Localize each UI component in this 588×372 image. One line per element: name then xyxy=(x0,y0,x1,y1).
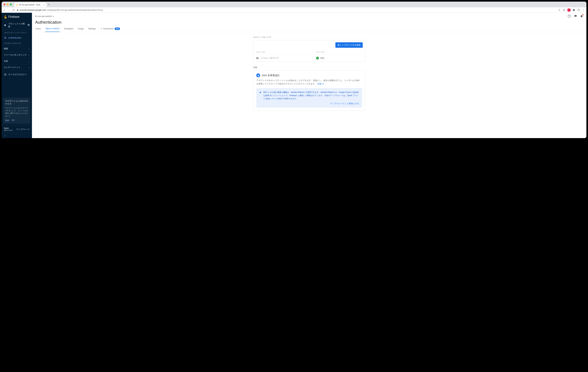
email-icon xyxy=(256,57,259,60)
sidebar-shortcut-label: プロジェクト ショートカット xyxy=(2,30,32,35)
svg-point-3 xyxy=(583,10,584,10)
plan-upgrade-link[interactable]: アップグレード xyxy=(16,128,30,131)
col-status: ステータス xyxy=(316,51,362,53)
chevron-down-icon: ⌄ xyxy=(28,66,30,69)
svg-point-2 xyxy=(583,9,584,10)
mfa-description: アカウントのセキュリティ レベルを高めることができます。有効にし、統合と構成を行… xyxy=(256,79,362,86)
tab-signin-method[interactable]: Sign-in method xyxy=(45,25,60,32)
window-titlebar: fb-rest-api-weidu5 - Authentic × + xyxy=(2,2,586,7)
sidebar-category-build[interactable]: 構築⌄ xyxy=(2,46,32,52)
extensions-puzzle-icon[interactable] xyxy=(573,9,575,11)
lock-circle-icon xyxy=(256,73,260,77)
tab-templates[interactable]: Templates xyxy=(63,25,74,32)
firebase-favicon-icon xyxy=(16,4,18,6)
upgrade-enable-link[interactable]: アップグレードして有効にする xyxy=(330,102,359,105)
customize-nav-card: ナビゲーションのカスタマイズ ナビゲーションをカスタマイズすることで、コンソール… xyxy=(3,98,30,124)
mfa-card: SMS 多要素認証 アカウントのセキュリティ レベルを高めることができます。有効… xyxy=(253,70,365,111)
svg-rect-0 xyxy=(578,9,580,11)
status-enabled-icon: ✓ xyxy=(316,57,319,60)
new-tab-button[interactable]: + xyxy=(48,3,50,6)
grid-icon xyxy=(4,73,7,76)
back-button[interactable] xyxy=(3,9,6,11)
plan-sub: 無料枠 $0/月 xyxy=(4,129,13,131)
add-provider-button[interactable]: 新しいプロバイダを追加 xyxy=(335,42,363,48)
providers-section-label: ログイン プロバイダ xyxy=(253,36,365,39)
detail-section-label: 詳細 xyxy=(253,66,365,69)
share-icon[interactable] xyxy=(558,9,560,11)
collapse-sidebar-button[interactable] xyxy=(2,133,32,138)
all-products-label: すべてのプロダクト xyxy=(8,73,27,76)
sidebar-category-analytics[interactable]: 分析⌄ xyxy=(2,58,32,64)
sidebar-all-products[interactable]: すべてのプロダクト xyxy=(2,71,32,78)
customize-details-link[interactable]: 詳細 xyxy=(5,119,9,122)
chevron-down-icon: ⌄ xyxy=(28,60,30,62)
close-window-button[interactable] xyxy=(3,3,5,5)
lock-icon xyxy=(17,9,19,11)
sidebar-category-release[interactable]: リリースとモニタリング⌄ xyxy=(2,52,32,58)
address-bar: console.firebase.google.com/u/0/project/… xyxy=(2,7,586,13)
customize-title: ナビゲーションのカスタマイズ xyxy=(5,100,28,105)
plan-row: Spark 無料枠 $0/月 アップグレード xyxy=(2,125,32,133)
kebab-menu-icon[interactable] xyxy=(582,9,585,11)
tab-title: fb-rest-api-weidu5 - Authentic xyxy=(19,4,42,6)
dropdown-arrow-icon: ▼ xyxy=(52,15,54,17)
sidebar-category-engagement[interactable]: エンゲージメント⌄ xyxy=(2,64,32,70)
star-icon: ★ xyxy=(259,91,262,105)
upgrade-info-text: MFA とその他の高度な機能は、Identity Platform で使用できま… xyxy=(263,91,359,101)
minimize-window-button[interactable] xyxy=(7,3,9,5)
maximize-window-button[interactable] xyxy=(10,3,12,5)
auth-label: Authentication xyxy=(8,37,21,39)
tab-settings[interactable]: Settings xyxy=(88,25,96,32)
tab-usage[interactable]: Usage xyxy=(77,25,84,32)
customize-ok-button[interactable]: OK xyxy=(12,119,15,122)
customize-text: ナビゲーションをカスタマイズすることで、コンソールの操作に集中できるようになりま… xyxy=(5,107,28,117)
tab-extensions[interactable]: Extensions 新規 xyxy=(100,25,120,32)
provider-row-email[interactable]: メール / パスワード ✓ 有効 xyxy=(253,55,365,61)
help-icon[interactable] xyxy=(567,14,571,18)
auth-tabs: Users Sign-in method Templates Usage Set… xyxy=(32,25,586,32)
reload-button[interactable] xyxy=(12,9,15,11)
sidebar-project-overview[interactable]: プロジェクトの概要 xyxy=(2,21,32,30)
notifications-icon[interactable] xyxy=(580,15,583,18)
notification-dot-icon xyxy=(582,14,584,15)
main-content: fb-rest-api-weidu5 ▼ Authentication User… xyxy=(32,13,586,138)
browser-tab[interactable]: fb-rest-api-weidu5 - Authentic × xyxy=(14,3,46,7)
svg-point-4 xyxy=(583,10,584,11)
tabs-overflow-icon[interactable] xyxy=(581,3,583,5)
feedback-icon[interactable] xyxy=(574,15,577,18)
new-badge: 新規 xyxy=(115,28,120,30)
sidebar-category-label: プロダクトのカテゴリ xyxy=(2,40,32,46)
sparkle-icon xyxy=(100,28,102,30)
angular-extension-icon[interactable]: A xyxy=(567,9,570,11)
chevron-down-icon: ⌄ xyxy=(28,54,30,56)
window-controls xyxy=(3,3,12,5)
panel-icon[interactable] xyxy=(578,9,580,11)
tab-users[interactable]: Users xyxy=(35,25,41,32)
mfa-title: SMS 多要素認証 xyxy=(262,74,280,77)
overview-label: プロジェクトの概要 xyxy=(8,22,26,28)
brand-name: Firebase xyxy=(8,15,20,19)
url-host: console.firebase.google.com xyxy=(20,9,46,11)
page-title: Authentication xyxy=(32,18,586,25)
url-path: /u/0/project/fb-rest-api-weidu5/authenti… xyxy=(47,9,103,11)
col-provider: プロバイダ xyxy=(256,51,316,53)
sidebar: Firebase プロジェクトの概要 プロジェクト ショートカット Authen… xyxy=(2,13,32,138)
url-field[interactable]: console.firebase.google.com/u/0/project/… xyxy=(17,9,556,11)
provider-status: 有効 xyxy=(320,57,324,60)
providers-table-header: プロバイダ ステータス xyxy=(253,50,365,55)
upgrade-info-box: ★ MFA とその他の高度な機能は、Identity Platform で使用で… xyxy=(256,88,362,108)
sidebar-item-authentication[interactable]: Authentication xyxy=(2,35,32,40)
chevron-down-icon: ⌄ xyxy=(28,48,30,50)
firebase-logo[interactable]: Firebase xyxy=(2,13,32,21)
providers-card: 新しいプロバイダを追加 プロバイダ ステータス メール / パスワード xyxy=(253,40,365,62)
project-selector[interactable]: fb-rest-api-weidu5 ▼ xyxy=(35,15,54,17)
bookmark-star-icon[interactable] xyxy=(563,9,565,11)
mfa-learn-more-link[interactable]: 詳細 xyxy=(317,82,324,85)
close-tab-icon[interactable]: × xyxy=(43,4,45,6)
gear-icon[interactable] xyxy=(27,24,30,27)
plan-name: Spark xyxy=(4,127,13,129)
provider-name: メール / パスワード xyxy=(261,57,279,60)
home-icon xyxy=(4,24,7,27)
users-icon xyxy=(4,36,7,39)
forward-button[interactable] xyxy=(8,9,10,11)
